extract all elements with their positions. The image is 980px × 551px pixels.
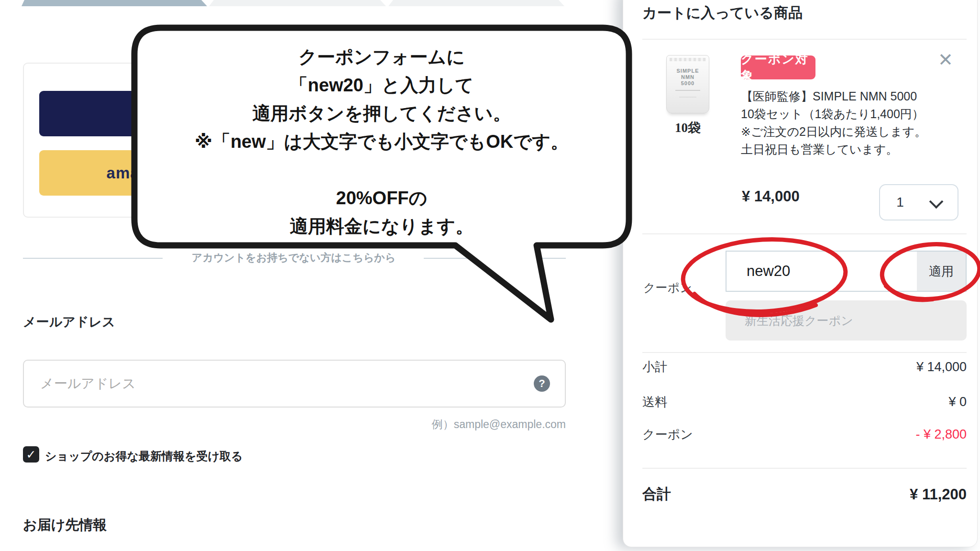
coupon-apply-button[interactable]: 適用 <box>917 251 967 292</box>
help-icon[interactable]: ? <box>534 375 550 392</box>
coupon-input[interactable] <box>726 251 918 292</box>
checkmark-icon: ✓ <box>26 448 36 462</box>
newsletter-label: ショップのお得な最新情報を受け取る <box>45 449 243 464</box>
coupon-discount-label: クーポン <box>642 426 693 443</box>
subtotal-value: ¥ 14,000 <box>916 360 967 375</box>
product-image: SIMPLENMN5000 <box>654 52 722 120</box>
product-thumb-caption: 10袋 <box>654 119 722 136</box>
product-pouch-text: SIMPLENMN5000 <box>667 68 709 87</box>
login-button[interactable] <box>39 91 269 136</box>
product-name-line4: 土日祝日も営業しています。 <box>741 141 966 158</box>
email-heading: メールアドレス <box>23 313 115 331</box>
cart-sidebar: カートに入っている商品 SIMPLENMN5000 10袋 クーポン対象 ✕ 【… <box>623 0 978 547</box>
total-row: 合計 ¥ 11,200 <box>642 485 967 504</box>
subtotal-row: 小計 ¥ 14,000 <box>642 359 967 375</box>
product-name-line3: ※ご注文の2日以内に発送します。 <box>741 123 966 141</box>
product-price: ¥ 14,000 <box>742 188 800 205</box>
product-pouch-graphic: SIMPLENMN5000 <box>666 55 709 113</box>
browser-tab-active[interactable] <box>22 0 207 6</box>
cart-divider-4 <box>642 468 967 469</box>
amazon-pay-label: amazon pay <box>107 164 202 182</box>
shipping-section-heading: お届け先情報 <box>23 516 107 535</box>
cart-title: カートに入っている商品 <box>642 3 803 23</box>
quantity-select[interactable]: 1 <box>879 184 958 220</box>
total-label: 合計 <box>642 485 671 504</box>
browser-tab-inactive-2[interactable] <box>388 0 564 6</box>
total-value: ¥ 11,200 <box>910 486 967 503</box>
email-example-text: 例）sample@example.com <box>335 417 566 432</box>
account-divider-text: アカウントをお持ちでない方はこちらから <box>170 251 417 265</box>
subtotal-label: 小計 <box>642 359 667 375</box>
shipping-label: 送料 <box>642 394 667 410</box>
shipping-value: ¥ 0 <box>948 395 967 409</box>
shipping-row: 送料 ¥ 0 <box>642 394 967 410</box>
remove-item-icon[interactable]: ✕ <box>935 49 956 70</box>
cart-divider-3 <box>642 352 967 353</box>
quantity-value: 1 <box>880 185 920 220</box>
divider-line-right <box>424 258 566 259</box>
cart-divider-1 <box>642 39 967 40</box>
chevron-down-icon <box>929 195 944 209</box>
product-name: 【医師監修】SIMPLE NMN 5000 10袋セット（1袋あたり1,400円… <box>741 88 966 158</box>
coupon-suggestion-box[interactable]: 新生活応援クーポン <box>726 300 967 341</box>
coupon-label: クーポン <box>643 280 692 296</box>
checkout-page: amazon pay アカウントをお持ちでない方はこちらから メールアドレス ?… <box>0 0 980 551</box>
amazon-pay-button[interactable]: amazon pay <box>39 150 269 196</box>
coupon-discount-value: - ¥ 2,800 <box>915 427 967 442</box>
coupon-eligible-badge: クーポン対象 <box>741 55 815 79</box>
help-icon-glyph: ? <box>539 377 545 390</box>
divider-line-left <box>23 258 163 259</box>
browser-tab-inactive-1[interactable] <box>209 0 386 6</box>
product-name-line1: 【医師監修】SIMPLE NMN 5000 <box>741 88 966 105</box>
product-name-line2: 10袋セット（1袋あたり1,400円） <box>741 105 966 123</box>
email-input[interactable] <box>23 360 566 408</box>
newsletter-checkbox[interactable]: ✓ <box>23 446 39 463</box>
coupon-discount-row: クーポン - ¥ 2,800 <box>642 426 967 443</box>
cart-divider-2 <box>642 233 967 234</box>
